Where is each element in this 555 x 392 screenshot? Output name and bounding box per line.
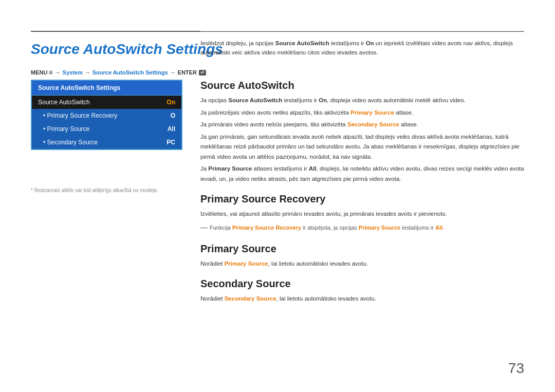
- intro-bold1: Source AutoSwitch: [275, 40, 329, 46]
- right-top-divider: [200, 31, 524, 31]
- arrow3: →: [170, 69, 176, 76]
- page-title: Source AutoSwitch Settings: [31, 41, 223, 58]
- section-source-autoswitch: Source AutoSwitch Ja opcijas Source Auto…: [200, 80, 524, 184]
- section-primary-source: Primary Source Norādiet Primary Source, …: [200, 243, 524, 269]
- section-secondary-source: Secondary Source Norādiet Secondary Sour…: [200, 278, 524, 304]
- menu-icon: ≡: [48, 68, 52, 77]
- menu-item-source-autoswitch[interactable]: Source AutoSwitch On: [32, 96, 181, 109]
- secondary-source-value: PC: [166, 139, 175, 146]
- menu-label: MENU: [31, 69, 47, 76]
- ui-settings-box: Source AutoSwitch Settings Source AutoSw…: [31, 80, 182, 150]
- page-number: 73: [508, 360, 524, 377]
- source-autoswitch-value: On: [166, 99, 175, 106]
- section-title-recovery: Primary Source Recovery: [200, 193, 524, 205]
- para-as-3: Ja primārais video avots nebūs pieejams,…: [200, 120, 524, 130]
- section-body-recovery: Izvēlieties, vai atjaunot atlasīto primā…: [200, 209, 524, 233]
- para-as-1: Ja opcijas Source AutoSwitch iestatījums…: [200, 96, 524, 106]
- menu-path: MENU ≡ → System → Source AutoSwitch Sett…: [31, 68, 206, 77]
- primary-recovery-label: • Primary Source Recovery: [43, 112, 117, 119]
- intro-bold2: On: [366, 40, 374, 46]
- section-body-primary: Norādiet Primary Source, lai lietotu aut…: [200, 259, 524, 269]
- para-pr-2: —Funkcija Primary Source Recovery ir ats…: [200, 221, 524, 234]
- section-primary-recovery: Primary Source Recovery Izvēlieties, vai…: [200, 193, 524, 233]
- primary-source-label: • Primary Source: [43, 125, 89, 133]
- enter-label: ENTER: [178, 69, 197, 76]
- arrow1: →: [55, 69, 61, 76]
- para-as-2: Ja pašreizējais video avots netiks atpaz…: [200, 108, 524, 118]
- menu-item-primary-source[interactable]: • Primary Source All: [32, 122, 181, 136]
- para-ps-1: Norādiet Primary Source, lai lietotu aut…: [200, 259, 524, 269]
- primary-source-value: All: [168, 125, 175, 133]
- ui-box-title: Source AutoSwitch Settings: [32, 81, 181, 96]
- settings-label: Source AutoSwitch Settings: [92, 69, 168, 76]
- source-autoswitch-label: Source AutoSwitch: [38, 99, 90, 106]
- section-title-secondary: Secondary Source: [200, 278, 524, 290]
- sections-container: Source AutoSwitch Ja opcijas Source Auto…: [200, 80, 524, 313]
- para-as-4: Ja gan primārais, gan sekundārais ievada…: [200, 132, 524, 162]
- section-title-autoswitch: Source AutoSwitch: [200, 80, 524, 91]
- section-body-secondary: Norādiet Secondary Source, lai lietotu a…: [200, 294, 524, 304]
- footnote: Redzamais attēls var būt atšķirīgs atkar…: [31, 188, 158, 193]
- arrow2: →: [85, 69, 90, 76]
- para-ss-1: Norādiet Secondary Source, lai lietotu a…: [200, 294, 524, 304]
- menu-item-secondary-source[interactable]: • Secondary Source PC: [32, 136, 181, 149]
- menu-item-primary-recovery[interactable]: • Primary Source Recovery O: [32, 109, 181, 122]
- para-as-5: Ja Primary Source atlases iestatījums ir…: [200, 164, 524, 184]
- system-label: System: [63, 69, 83, 76]
- intro-text: Ieslēdzot displeju, ja opcijas Source Au…: [200, 39, 524, 58]
- enter-icon: ⏎: [199, 70, 206, 76]
- secondary-source-label: • Secondary Source: [43, 139, 98, 146]
- section-title-primary: Primary Source: [200, 243, 524, 255]
- primary-recovery-value: O: [171, 112, 175, 119]
- para-pr-1: Izvēlieties, vai atjaunot atlasīto primā…: [200, 209, 524, 219]
- section-body-autoswitch: Ja opcijas Source AutoSwitch iestatījums…: [200, 96, 524, 184]
